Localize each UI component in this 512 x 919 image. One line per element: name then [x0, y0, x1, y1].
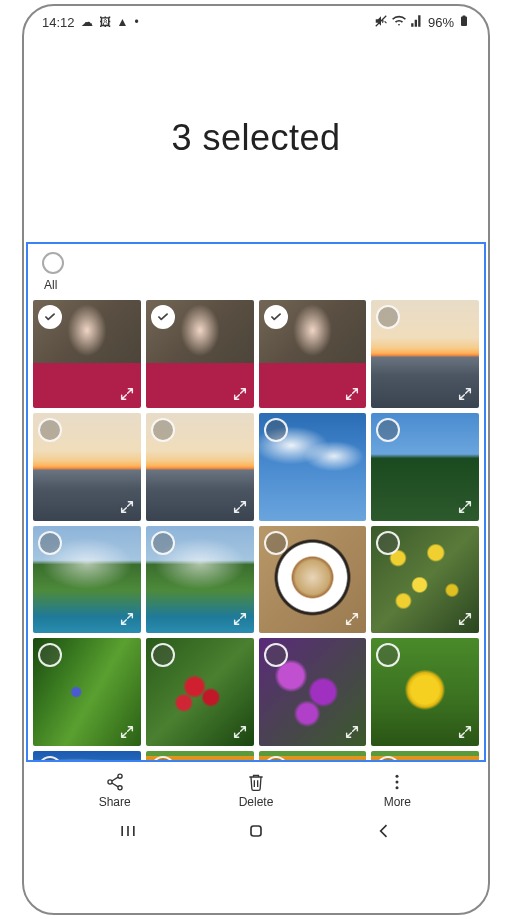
select-circle-icon[interactable]: [151, 531, 175, 555]
svg-point-5: [118, 786, 122, 790]
select-circle-icon[interactable]: [376, 643, 400, 667]
select-all-label: All: [44, 278, 470, 292]
selection-count-title: 3 selected: [171, 117, 340, 159]
share-button[interactable]: Share: [80, 772, 150, 809]
expand-icon[interactable]: [232, 611, 248, 627]
select-circle-icon[interactable]: [264, 643, 288, 667]
svg-line-6: [111, 777, 117, 781]
system-nav-bar: [24, 813, 488, 861]
home-button[interactable]: [246, 821, 266, 845]
expand-icon[interactable]: [457, 499, 473, 515]
svg-point-9: [396, 781, 399, 784]
selected-check-icon[interactable]: [264, 305, 288, 329]
select-circle-icon[interactable]: [38, 418, 62, 442]
thumbnail-grid: [28, 294, 484, 762]
thumbnail[interactable]: [146, 526, 254, 634]
expand-icon[interactable]: [119, 611, 135, 627]
delete-label: Delete: [239, 795, 274, 809]
svg-rect-1: [461, 17, 467, 27]
select-circle-icon[interactable]: [151, 418, 175, 442]
selection-header: 3 selected: [24, 34, 488, 242]
phone-frame: 14:12 ☁ 🖼 ▲ • 96% 3 selected: [22, 4, 490, 915]
select-all-row[interactable]: All: [28, 244, 484, 294]
status-left: 14:12 ☁ 🖼 ▲ •: [42, 15, 139, 30]
clock: 14:12: [42, 15, 75, 30]
signal-icon: [410, 14, 424, 30]
selected-check-icon[interactable]: [151, 305, 175, 329]
expand-icon[interactable]: [119, 724, 135, 740]
thumbnail[interactable]: [33, 751, 141, 762]
recents-button[interactable]: [118, 821, 138, 845]
svg-line-7: [111, 783, 117, 787]
select-circle-icon[interactable]: [264, 531, 288, 555]
battery-text: 96%: [428, 15, 454, 30]
select-circle-icon[interactable]: [38, 531, 62, 555]
thumbnail[interactable]: [146, 638, 254, 746]
thumbnail[interactable]: [33, 638, 141, 746]
thumbnail[interactable]: [371, 638, 479, 746]
dot-icon: •: [134, 16, 138, 28]
expand-icon[interactable]: [232, 499, 248, 515]
expand-icon[interactable]: [457, 386, 473, 402]
svg-rect-2: [463, 16, 466, 18]
svg-point-3: [118, 774, 122, 778]
expand-icon[interactable]: [344, 611, 360, 627]
status-bar: 14:12 ☁ 🖼 ▲ • 96%: [24, 6, 488, 34]
recents-icon: [118, 821, 138, 841]
select-circle-icon[interactable]: [376, 418, 400, 442]
expand-icon[interactable]: [457, 724, 473, 740]
thumbnail[interactable]: [146, 300, 254, 408]
select-all-checkbox[interactable]: [42, 252, 64, 274]
thumbnail[interactable]: [371, 526, 479, 634]
back-icon: [374, 821, 394, 841]
thumbnail[interactable]: [371, 413, 479, 521]
expand-icon[interactable]: [232, 386, 248, 402]
delete-button[interactable]: Delete: [221, 772, 291, 809]
thumbnail[interactable]: [146, 751, 254, 762]
thumbnail[interactable]: [33, 526, 141, 634]
select-circle-icon[interactable]: [38, 643, 62, 667]
thumbnail[interactable]: [146, 413, 254, 521]
thumbnail[interactable]: [371, 751, 479, 762]
thumbnail[interactable]: [371, 300, 479, 408]
mute-icon: [374, 14, 388, 30]
more-label: More: [384, 795, 411, 809]
back-button[interactable]: [374, 821, 394, 845]
select-circle-icon[interactable]: [376, 531, 400, 555]
more-icon: [387, 772, 407, 792]
expand-icon[interactable]: [232, 724, 248, 740]
svg-rect-14: [251, 826, 261, 836]
expand-icon[interactable]: [119, 499, 135, 515]
battery-icon: [458, 14, 470, 30]
expand-icon[interactable]: [344, 724, 360, 740]
thumbnail[interactable]: [33, 413, 141, 521]
action-bar: Share Delete More: [24, 762, 488, 813]
wifi-icon: [392, 14, 406, 30]
trash-icon: [246, 772, 266, 792]
more-button[interactable]: More: [362, 772, 432, 809]
select-circle-icon[interactable]: [264, 418, 288, 442]
svg-point-8: [396, 775, 399, 778]
gallery-grid-section: All: [26, 242, 486, 762]
select-circle-icon[interactable]: [151, 643, 175, 667]
share-label: Share: [99, 795, 131, 809]
selected-check-icon[interactable]: [38, 305, 62, 329]
thumbnail[interactable]: [33, 300, 141, 408]
expand-icon[interactable]: [344, 386, 360, 402]
share-icon: [105, 772, 125, 792]
svg-point-10: [396, 786, 399, 789]
thumbnail[interactable]: [259, 526, 367, 634]
thumbnail[interactable]: [259, 638, 367, 746]
expand-icon[interactable]: [119, 386, 135, 402]
thumbnail[interactable]: [259, 413, 367, 521]
image-icon: 🖼: [99, 16, 111, 28]
cast-icon: ▲: [117, 16, 129, 28]
svg-point-4: [108, 780, 112, 784]
home-icon: [246, 821, 266, 841]
thumbnail[interactable]: [259, 751, 367, 762]
thumbnail[interactable]: [259, 300, 367, 408]
select-circle-icon[interactable]: [376, 305, 400, 329]
cloud-icon: ☁: [81, 16, 93, 28]
status-right: 96%: [374, 14, 470, 30]
expand-icon[interactable]: [457, 611, 473, 627]
